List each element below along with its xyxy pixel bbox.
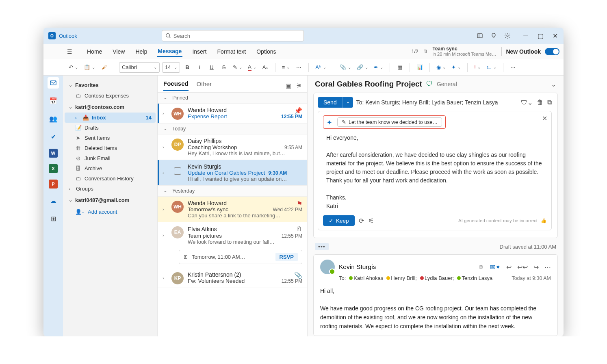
tab-other[interactable]: Other [197, 80, 212, 91]
panel-icon[interactable] [477, 32, 483, 39]
send-options-button[interactable]: ⌄ [343, 97, 353, 108]
bold-button[interactable]: B [182, 62, 192, 73]
attach-button[interactable]: 📎 [338, 62, 353, 73]
fontsize-select[interactable]: 14⌄ [162, 62, 180, 73]
rail-calendar[interactable]: 📅 [48, 95, 59, 106]
section-today[interactable]: Today [158, 124, 307, 134]
rail-excel[interactable]: X [49, 164, 58, 173]
forward-icon[interactable]: ↪ [533, 263, 539, 271]
recipient[interactable]: Henry Brill; [386, 275, 417, 281]
more-para-button[interactable]: ⋯ [294, 62, 304, 73]
message-item[interactable]: › WH Wanda Howard Expense Report12:55 PM… [158, 104, 307, 124]
pin-icon[interactable]: 📌 [294, 107, 302, 115]
react-icon[interactable]: ☺ [478, 263, 484, 271]
groups-header[interactable]: ›Groups [65, 184, 156, 194]
keep-button[interactable]: ✓Keep [323, 215, 355, 226]
sensitivity-icon[interactable]: 🛡⌄ [521, 99, 533, 106]
styles-button[interactable]: Aᵇ [314, 62, 328, 73]
italic-button[interactable]: I [195, 62, 204, 73]
recipient[interactable]: Katri Ahokas [349, 275, 383, 281]
more-actions-icon[interactable]: ⋯ [544, 263, 551, 271]
bullets-button[interactable]: ≡ [280, 62, 292, 73]
tab-message[interactable]: Message [157, 46, 182, 57]
font-select[interactable]: Calibri⌄ [119, 62, 160, 73]
more-ribbon-button[interactable]: ⋯ [508, 62, 518, 73]
tab-formattext[interactable]: Format text [216, 47, 247, 56]
signature-button[interactable]: ✒ [372, 62, 385, 73]
message-item-selected[interactable]: › Kevin Sturgis Update on Coral Gables P… [158, 160, 307, 186]
favorites-header[interactable]: ⌄Favorites [65, 80, 156, 91]
adjust-icon[interactable]: ⚟ [368, 217, 374, 225]
tab-view[interactable]: View [112, 47, 126, 56]
undo-button[interactable]: ↶ [67, 62, 80, 73]
copilot-ribbon-button[interactable]: ✦ [450, 62, 462, 73]
message-item[interactable]: › KP Kristin Pattersnon (2) Fw: Voluntee… [158, 268, 307, 288]
format-painter-button[interactable]: 🖌 [99, 62, 109, 73]
rail-word[interactable]: W [49, 149, 58, 158]
flag-icon[interactable]: ⚑ [297, 200, 302, 208]
account-gmail[interactable]: ⌄katri0487@gmail.com [65, 194, 156, 206]
strike-button[interactable]: S [219, 62, 229, 73]
importance-button[interactable]: ! [473, 62, 482, 73]
folder-junk[interactable]: ⊘Junk Email [65, 153, 156, 163]
regenerate-icon[interactable]: ⟳ [359, 217, 364, 225]
search-input[interactable] [162, 30, 304, 41]
rail-powerpoint[interactable]: P [49, 180, 58, 188]
tab-help[interactable]: Help [134, 47, 148, 56]
tab-options[interactable]: Options [256, 47, 277, 56]
draft-body[interactable]: Hi everyone, After careful consideration… [326, 134, 543, 210]
recipient[interactable]: Lydia Bauer; [420, 275, 454, 281]
close-icon[interactable]: ✕ [542, 115, 547, 122]
rail-todo[interactable]: ✔ [48, 131, 59, 142]
paste-button[interactable]: 📋 [82, 62, 97, 73]
message-item[interactable]: › EA Elvia Atkins🗓 Team pictures12:55 PM… [158, 222, 307, 248]
folder-sent[interactable]: ➤Sent Items [65, 133, 156, 143]
highlight-button[interactable]: ✎ [231, 62, 244, 73]
settings-icon[interactable] [504, 32, 511, 39]
rail-mail[interactable] [48, 77, 59, 89]
fontcolor-button[interactable]: A [246, 62, 258, 73]
clear-format-button[interactable]: Aₐ [260, 62, 270, 73]
checkbox[interactable] [174, 167, 181, 175]
upcoming-meeting[interactable]: Team sync in 20 min Microsoft Teams Mee… [432, 46, 497, 57]
tags-button[interactable]: 🏷 [485, 62, 498, 73]
rsvp-button[interactable]: RSVP [275, 253, 298, 261]
add-account-link[interactable]: 👤₊Add account [65, 206, 156, 218]
popout-icon[interactable]: ⧉ [547, 99, 552, 106]
recipient[interactable]: Tenzin Lasya [457, 275, 492, 281]
folder-archive[interactable]: 🗄Archive [65, 163, 156, 173]
rail-people[interactable]: 👥 [48, 113, 59, 124]
lightbulb-icon[interactable] [490, 32, 497, 39]
delete-draft-icon[interactable]: 🗑 [537, 99, 543, 106]
hamburger-icon[interactable]: ☰ [67, 48, 72, 55]
search-field[interactable] [173, 33, 300, 39]
section-yesterday[interactable]: Yesterday [158, 186, 307, 197]
underline-button[interactable]: U [207, 62, 217, 73]
feedback-icon[interactable]: 👍 [541, 218, 546, 223]
folder-drafts[interactable]: 📝Drafts [65, 123, 156, 133]
copilot-prompt-chip[interactable]: ✎Let the team know we decided to use… [337, 117, 442, 127]
maximize-button[interactable]: ▢ [538, 33, 543, 39]
close-button[interactable]: ✕ [552, 33, 558, 39]
to-field[interactable]: To:Kevin Sturgis; Henry Brill; Lydia Bau… [356, 99, 498, 106]
rail-onedrive[interactable]: ☁ [48, 195, 59, 206]
replyall-icon[interactable]: ↩↩ [517, 263, 528, 271]
summarize-icon[interactable]: ✉✦ [490, 263, 501, 271]
send-button[interactable]: Send [318, 97, 343, 108]
new-outlook-toggle[interactable] [545, 48, 559, 55]
select-mode-icon[interactable]: ▣ [286, 82, 291, 89]
table-button[interactable]: ▦ [395, 62, 405, 73]
tab-insert[interactable]: Insert [191, 47, 207, 56]
poll-button[interactable]: 📊 [415, 62, 425, 73]
link-button[interactable]: 🔗 [355, 62, 370, 73]
more-compose-icon[interactable]: ••• [315, 243, 329, 250]
conversation-collapse-icon[interactable]: ⌄ [551, 80, 556, 88]
folder-deleted[interactable]: 🗑Deleted Items [65, 143, 156, 153]
loop-button[interactable]: ◉ [435, 62, 447, 73]
filter-icon[interactable]: ⚞ [296, 82, 301, 89]
account-contoso[interactable]: ⌄katri@contoso.com [65, 101, 156, 113]
rail-apps[interactable]: ⊞ [48, 213, 59, 224]
section-pinned[interactable]: Pinned [158, 93, 307, 104]
tab-home[interactable]: Home [86, 47, 103, 56]
folder-inbox[interactable]: ›📥Inbox14 [65, 113, 156, 123]
